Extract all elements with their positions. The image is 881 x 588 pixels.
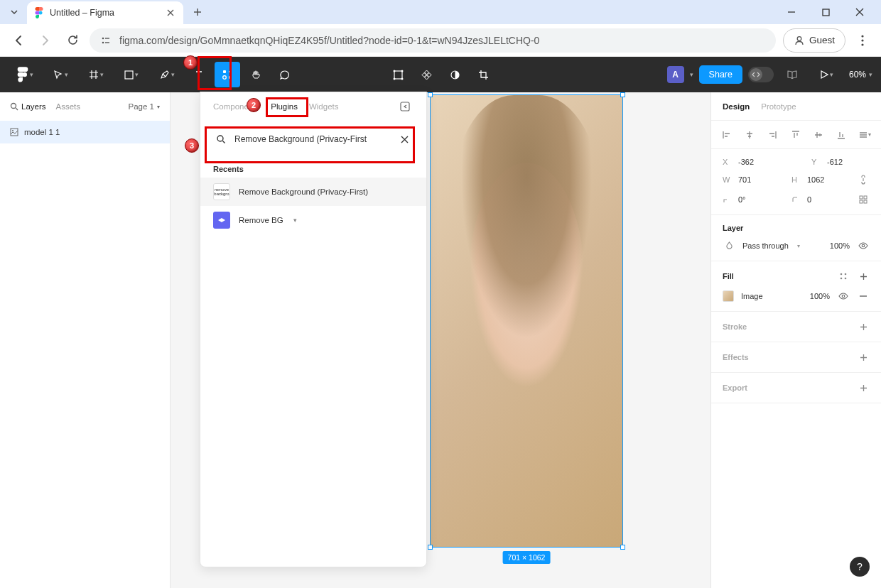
user-icon — [794, 35, 805, 46]
svg-point-21 — [11, 104, 16, 109]
align-right-icon[interactable] — [767, 129, 778, 141]
plugins-tab[interactable]: Plugins — [271, 102, 298, 111]
align-top-icon[interactable] — [790, 129, 801, 141]
fill-thumbnail[interactable] — [723, 290, 734, 302]
forward-button[interactable] — [36, 31, 55, 50]
svg-rect-12 — [223, 70, 226, 73]
clear-search-icon[interactable] — [398, 133, 411, 146]
align-left-icon[interactable] — [721, 129, 733, 141]
crop-button[interactable] — [470, 62, 496, 87]
blend-icon — [723, 239, 735, 252]
add-stroke-icon[interactable] — [857, 320, 870, 333]
back-button[interactable] — [9, 31, 28, 50]
component-button[interactable] — [414, 62, 439, 87]
selected-image-frame[interactable]: 701 × 1062 — [430, 94, 623, 548]
help-button[interactable]: ? — [850, 557, 870, 577]
url-input[interactable]: figma.com/design/GoMmnaetkqnQHiqEZ4K95f/… — [90, 28, 776, 53]
main-menu-button[interactable]: ▾ — [9, 62, 41, 87]
resources-panel: Components Plugins Widgets Recents remov… — [200, 92, 427, 567]
blend-mode-select[interactable]: Pass through — [742, 241, 790, 250]
page-selector[interactable]: Page 1▾ — [129, 102, 160, 111]
visibility-icon[interactable] — [857, 239, 870, 252]
svg-point-8 — [861, 39, 863, 41]
stroke-section: Stroke — [711, 312, 881, 342]
maximize-button[interactable] — [816, 2, 836, 22]
add-effect-icon[interactable] — [857, 351, 870, 364]
corner-input[interactable]: 0 — [807, 195, 850, 204]
constrain-icon[interactable] — [857, 173, 870, 186]
hand-tool-button[interactable] — [243, 62, 269, 87]
mask-button[interactable] — [442, 62, 467, 87]
resize-handle-bl[interactable] — [428, 545, 433, 550]
w-input[interactable]: 701 — [738, 175, 784, 184]
guest-label: Guest — [809, 35, 835, 45]
resize-handle-tr[interactable] — [620, 92, 625, 97]
svg-point-0 — [39, 11, 43, 15]
comment-tool-button[interactable] — [271, 62, 297, 87]
svg-point-31 — [841, 273, 843, 276]
user-avatar[interactable]: A — [667, 66, 684, 83]
assets-tab[interactable]: Assets — [56, 102, 81, 111]
layer-item[interactable]: model 1 1 — [0, 121, 170, 143]
add-fill-icon[interactable] — [857, 270, 870, 283]
dev-mode-toggle[interactable] — [748, 67, 774, 82]
svg-point-17 — [401, 70, 403, 72]
distribute-icon[interactable]: ▾ — [858, 129, 871, 141]
browser-tab[interactable]: Untitled – Figma — [27, 1, 183, 24]
pen-tool-button[interactable]: ▾ — [151, 62, 183, 87]
h-input[interactable]: 1062 — [807, 175, 850, 184]
corner-details-icon[interactable] — [857, 193, 870, 206]
library-button[interactable] — [779, 62, 805, 87]
resize-handle-tl[interactable] — [428, 92, 433, 97]
plugin-item[interactable]: Remove BG ▾ — [200, 206, 426, 234]
prototype-tab[interactable]: Prototype — [761, 102, 796, 111]
close-window-button[interactable] — [850, 2, 870, 22]
reload-button[interactable] — [63, 31, 82, 50]
resize-handle-br[interactable] — [620, 545, 625, 550]
move-tool-button[interactable]: ▾ — [44, 62, 77, 87]
fill-type[interactable]: Image — [741, 292, 780, 300]
callout-3: 3 — [185, 138, 199, 153]
callout-2: 2 — [247, 98, 261, 112]
collapse-panel-icon[interactable] — [396, 98, 414, 115]
browser-menu-button[interactable] — [853, 31, 872, 50]
align-hcenter-icon[interactable] — [744, 129, 755, 141]
zoom-control[interactable]: 60%▾ — [849, 70, 872, 80]
add-export-icon[interactable] — [857, 381, 870, 394]
minimize-button[interactable] — [782, 2, 801, 22]
svg-point-25 — [217, 136, 223, 141]
remove-fill-icon[interactable] — [857, 290, 870, 303]
plugin-item[interactable]: removebackgro Remove Background (Privacy… — [200, 178, 426, 206]
plugin-search-input[interactable] — [234, 134, 389, 144]
rotation-input[interactable]: 0° — [738, 195, 784, 204]
design-tab[interactable]: Design — [723, 102, 750, 111]
fill-visibility-icon[interactable] — [837, 290, 850, 303]
x-input[interactable]: -362 — [738, 158, 804, 166]
align-vcenter-icon[interactable] — [813, 129, 824, 141]
fill-opacity[interactable]: 100% — [787, 292, 830, 300]
edit-object-button[interactable] — [385, 62, 411, 87]
tab-close-icon[interactable] — [165, 7, 176, 18]
share-button[interactable]: Share — [699, 65, 742, 84]
present-button[interactable]: ▾ — [811, 62, 843, 87]
widgets-tab[interactable]: Widgets — [309, 102, 339, 111]
tab-menu-button[interactable] — [6, 4, 23, 21]
rotation-icon — [723, 196, 731, 204]
layers-tab[interactable]: Layers — [10, 102, 46, 111]
new-tab-button[interactable] — [188, 2, 207, 22]
layer-name: model 1 1 — [24, 128, 60, 136]
corner-icon — [791, 196, 800, 204]
opacity-input[interactable]: 100% — [807, 241, 850, 250]
canvas[interactable]: 701 × 1062 Components Plugins Widgets Re… — [171, 92, 710, 588]
effects-section: Effects — [711, 342, 881, 373]
svg-rect-15 — [394, 71, 402, 79]
y-input[interactable]: -612 — [827, 158, 870, 166]
guest-profile-button[interactable]: Guest — [783, 28, 845, 53]
transform-section: X -362 Y -612 W 701 H 1062 0° 0 — [711, 149, 881, 215]
shape-tool-button[interactable]: ▾ — [115, 62, 148, 87]
frame-tool-button[interactable]: ▾ — [80, 62, 112, 87]
resources-tool-button[interactable] — [215, 62, 240, 87]
site-settings-icon[interactable] — [99, 34, 112, 47]
fill-styles-icon[interactable] — [837, 270, 850, 283]
align-bottom-icon[interactable] — [836, 129, 847, 141]
